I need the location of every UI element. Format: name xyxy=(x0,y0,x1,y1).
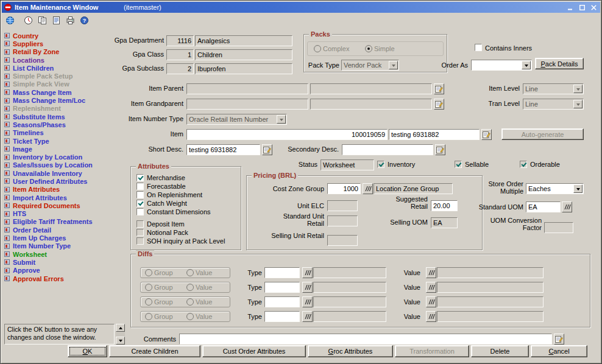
sidebar-item-order-detail[interactable]: Order Detail xyxy=(4,226,117,234)
attribute-checkbox[interactable] xyxy=(136,208,144,215)
pack-complex-radio[interactable] xyxy=(314,45,321,52)
diff-value-lov-button[interactable] xyxy=(426,267,436,278)
diff-type-field[interactable] xyxy=(264,282,300,293)
copy-button[interactable] xyxy=(36,15,48,26)
attribute-checkbox[interactable] xyxy=(136,183,144,190)
documents-button[interactable] xyxy=(50,15,62,26)
hint-scrollbar[interactable] xyxy=(116,324,125,345)
diff-value-radio[interactable] xyxy=(186,313,194,320)
sidebar-item-seasons-phases[interactable]: Seasons/Phases xyxy=(4,121,117,128)
item-desc-field[interactable]: testing 6931882 xyxy=(389,129,480,140)
sidebar-item-approve[interactable]: Approve xyxy=(4,267,117,275)
sidebar-item-import-attributes[interactable]: Import Attributes xyxy=(4,194,117,201)
item-number-field[interactable]: 100019059 xyxy=(186,129,388,140)
short-desc-field[interactable]: testing 6931882 xyxy=(186,144,260,155)
button-delete[interactable]: Delete xyxy=(471,345,529,357)
flag-checkbox[interactable] xyxy=(520,161,527,168)
diff-value-radio[interactable] xyxy=(186,298,194,306)
attribute-checkbox[interactable] xyxy=(136,200,144,207)
diff-value-lov-button[interactable] xyxy=(426,311,436,322)
contains-inners-checkbox[interactable] xyxy=(475,44,482,51)
button-create-children[interactable]: Create Children xyxy=(109,345,200,357)
maximize-button[interactable] xyxy=(577,3,587,12)
order-as-select[interactable] xyxy=(471,60,532,71)
sidebar-item-item-number-type[interactable]: Item Number Type xyxy=(4,242,117,250)
sidebar-item-ticket-type[interactable]: Ticket Type xyxy=(4,137,117,145)
standard-uom-lov-button[interactable] xyxy=(562,201,572,212)
sidebar-item-mass-change-item[interactable]: Mass Change Item xyxy=(4,88,117,96)
close-button[interactable] xyxy=(589,3,598,12)
sidebar-item-user-defined-attributes[interactable]: User Defined Attributes xyxy=(4,177,117,185)
diff-group-radio[interactable] xyxy=(145,284,152,291)
diff-type-lov-button[interactable] xyxy=(302,267,313,278)
item-grandparent-desc-field[interactable] xyxy=(310,99,432,110)
sidebar-item-item-up-charges[interactable]: Item Up Charges xyxy=(4,234,117,242)
button-transformation[interactable]: Transformation xyxy=(395,345,469,357)
button-cancel[interactable]: Cancel xyxy=(531,345,587,357)
cost-zone-group-lov-button[interactable] xyxy=(363,183,373,194)
sidebar-item-hts[interactable]: HTS xyxy=(4,210,117,218)
pack-simple-radio[interactable] xyxy=(365,45,372,52)
sidebar-item-item-attributes[interactable]: Item Attributes xyxy=(4,186,117,194)
item-parent-code-field[interactable] xyxy=(186,83,308,94)
item-level-select[interactable]: Line xyxy=(523,83,584,94)
sidebar-item-substitute-items[interactable]: Substitute Items xyxy=(4,113,117,121)
attribute-checkbox[interactable] xyxy=(136,229,144,236)
diff-value-radio[interactable] xyxy=(186,284,194,291)
gpa-desc-field[interactable]: Ibuprofen xyxy=(195,63,292,74)
clock-button[interactable] xyxy=(22,15,34,26)
sidebar-item-timelines[interactable]: Timelines xyxy=(4,129,117,137)
button-ok[interactable]: OK xyxy=(68,345,107,357)
comments-field[interactable] xyxy=(179,334,552,345)
scroll-up-button[interactable] xyxy=(116,324,125,332)
sidebar-item-worksheet[interactable]: Worksheet xyxy=(4,250,117,258)
diff-value-lov-button[interactable] xyxy=(426,282,436,293)
diff-group-radio[interactable] xyxy=(145,313,152,320)
diff-type-lov-button[interactable] xyxy=(302,282,313,293)
cost-zone-group-code-field[interactable]: 1000 xyxy=(327,183,361,194)
sidebar-item-inventory-by-location[interactable]: Inventory by Location xyxy=(4,153,117,161)
diff-type-field[interactable] xyxy=(264,296,300,307)
diff-type-lov-button[interactable] xyxy=(302,296,313,307)
diff-group-radio[interactable] xyxy=(145,269,152,276)
sidebar-item-required-documents[interactable]: Required Documents xyxy=(4,201,117,209)
attribute-checkbox[interactable] xyxy=(136,174,144,181)
diff-type-lov-button[interactable] xyxy=(302,311,313,322)
flag-checkbox[interactable] xyxy=(455,161,462,168)
diff-type-field[interactable] xyxy=(264,311,300,322)
sidebar-item-mass-change-item-loc[interactable]: Mass Change Item/Loc xyxy=(4,96,117,104)
attribute-checkbox[interactable] xyxy=(136,237,144,245)
sidebar-item-eligible-tariff-treatments[interactable]: Eligible Tariff Treatments xyxy=(4,218,117,226)
item-parent-desc-field[interactable] xyxy=(310,83,432,94)
globe-button[interactable] xyxy=(4,15,16,26)
gpa-code-field[interactable]: 1 xyxy=(166,49,194,60)
item-parent-edit-button[interactable] xyxy=(434,83,444,94)
gpa-desc-field[interactable]: Children xyxy=(195,49,292,60)
short-desc-edit-button[interactable] xyxy=(262,144,272,155)
help-button[interactable]: ? xyxy=(78,15,90,26)
diff-type-field[interactable] xyxy=(264,267,300,278)
pack-type-select[interactable]: Vendor Pack xyxy=(341,60,399,71)
sidebar-item-approval-errors[interactable]: Approval Errors xyxy=(4,275,117,282)
sidebar-item-simple-pack-view[interactable]: Simple Pack View xyxy=(4,80,117,88)
sidebar-item-unavailable-inventory[interactable]: Unavailable Inventory xyxy=(4,169,117,177)
secondary-desc-field[interactable] xyxy=(342,144,433,155)
comments-edit-button[interactable] xyxy=(554,334,564,345)
item-edit-button[interactable] xyxy=(481,129,492,140)
flag-checkbox[interactable] xyxy=(377,161,384,168)
tran-level-select[interactable]: Line xyxy=(523,99,584,110)
standard-uom-field[interactable]: EA xyxy=(526,201,561,212)
pack-details-button[interactable]: Pack Details xyxy=(535,58,584,69)
item-grandparent-edit-button[interactable] xyxy=(434,99,444,110)
secondary-desc-edit-button[interactable] xyxy=(435,144,445,155)
diff-group-radio[interactable] xyxy=(145,298,152,306)
gpa-code-field[interactable]: 1116 xyxy=(166,35,194,46)
diff-value-lov-button[interactable] xyxy=(426,296,436,307)
sidebar-item-replenishment[interactable]: Replenishment xyxy=(4,105,117,113)
button-cust-order-attributes[interactable]: Cust Order Attributes xyxy=(202,345,306,357)
scroll-down-button[interactable] xyxy=(116,337,125,345)
diff-value-radio[interactable] xyxy=(186,269,194,276)
minimize-button[interactable] xyxy=(565,3,575,12)
attribute-checkbox[interactable] xyxy=(136,220,144,228)
sidebar-item-submit[interactable]: Submit xyxy=(4,258,117,266)
